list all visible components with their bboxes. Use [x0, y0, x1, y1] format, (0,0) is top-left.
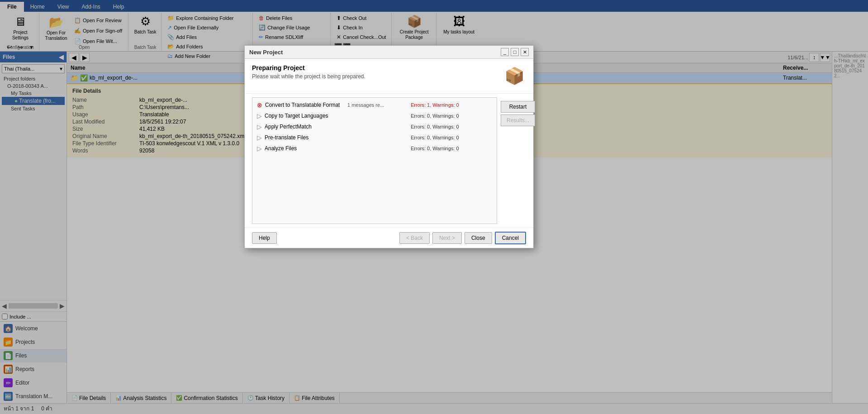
- modal-header-icon: 📦: [503, 64, 526, 88]
- next-button[interactable]: Next >: [432, 232, 462, 244]
- modal-header: Preparing Project Please wait while the …: [245, 59, 533, 94]
- task-0-status: Errors: 1, Warnings: 0: [411, 102, 492, 108]
- task-1-status: Errors: 0, Warnings: 0: [411, 113, 492, 119]
- modal-title: New Project: [249, 49, 283, 56]
- modal-maximize-button[interactable]: □: [511, 48, 519, 56]
- restart-button[interactable]: Restart: [501, 101, 535, 113]
- task-3-icon-area: ▷ Pre-translate Files: [257, 134, 347, 141]
- cancel-button[interactable]: Cancel: [495, 232, 526, 244]
- task-3-name: Pre-translate Files: [265, 134, 308, 141]
- close-button[interactable]: Close: [465, 232, 492, 244]
- task-list: ⊗ Convert to Translatable Format 1 messa…: [252, 97, 497, 224]
- task-2-name: Apply PerfectMatch: [265, 124, 312, 130]
- modal-body: ⊗ Convert to Translatable Format 1 messa…: [245, 94, 533, 228]
- modal-footer: Help < Back Next > Close Cancel: [245, 228, 533, 248]
- task-2-icon-area: ▷ Apply PerfectMatch: [257, 123, 347, 130]
- task-4-status: Errors: 0, Warnings: 0: [411, 146, 492, 151]
- results-button[interactable]: Results...: [501, 114, 535, 126]
- task-row-4: ▷ Analyze Files Errors: 0, Warnings: 0: [254, 143, 495, 154]
- task-3-status-icon: ▷: [257, 134, 262, 141]
- task-1-icon-area: ▷ Copy to Target Languages: [257, 112, 347, 119]
- task-4-icon-area: ▷ Analyze Files: [257, 145, 347, 152]
- modal-titlebar: New Project _ □ ✕: [245, 46, 533, 59]
- modal-side-buttons: Restart Results...: [497, 97, 535, 224]
- task-row-1: ▷ Copy to Target Languages Errors: 0, Wa…: [254, 110, 495, 121]
- modal-heading: Preparing Project: [252, 64, 365, 71]
- back-button[interactable]: < Back: [399, 232, 430, 244]
- help-button[interactable]: Help: [252, 232, 277, 244]
- task-row-0: ⊗ Convert to Translatable Format 1 messa…: [254, 100, 495, 110]
- task-3-status: Errors: 0, Warnings: 0: [411, 135, 492, 140]
- modal-header-text: Preparing Project Please wait while the …: [252, 64, 365, 80]
- task-0-icon-area: ⊗ Convert to Translatable Format: [257, 101, 347, 109]
- task-1-name: Copy to Target Languages: [265, 113, 328, 119]
- task-4-status-icon: ▷: [257, 145, 262, 152]
- task-0-status-icon: ⊗: [257, 101, 262, 109]
- task-row-2: ▷ Apply PerfectMatch Errors: 0, Warnings…: [254, 121, 495, 132]
- task-1-status-icon: ▷: [257, 112, 262, 119]
- task-2-status: Errors: 0, Warnings: 0: [411, 124, 492, 129]
- task-row-3: ▷ Pre-translate Files Errors: 0, Warning…: [254, 132, 495, 143]
- modal-dialog: New Project _ □ ✕ Preparing Project Plea…: [244, 45, 534, 248]
- task-0-messages: 1 messages re...: [347, 102, 411, 108]
- modal-minimize-button[interactable]: _: [501, 48, 509, 56]
- task-0-name: Convert to Translatable Format: [265, 102, 340, 108]
- modal-close-button[interactable]: ✕: [521, 48, 529, 56]
- modal-overlay: New Project _ □ ✕ Preparing Project Plea…: [0, 0, 868, 414]
- modal-window-controls: _ □ ✕: [501, 48, 529, 56]
- task-2-status-icon: ▷: [257, 123, 262, 130]
- modal-description: Please wait while the project is being p…: [252, 73, 365, 80]
- task-4-name: Analyze Files: [265, 145, 297, 152]
